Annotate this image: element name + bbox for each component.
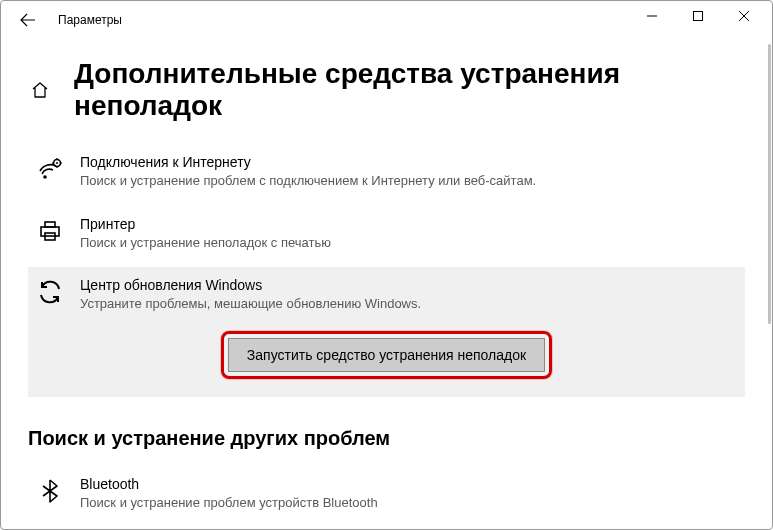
svg-rect-5 — [45, 222, 55, 227]
home-button[interactable] — [28, 78, 52, 102]
svg-point-1 — [43, 175, 47, 179]
troubleshooter-printer[interactable]: Принтер Поиск и устранение неполадок с п… — [28, 206, 745, 262]
item-desc: Поиск и устранение проблем с подключение… — [80, 172, 739, 190]
content-area: Дополнительные средства устранения непол… — [0, 40, 773, 530]
close-button[interactable] — [721, 0, 767, 32]
minimize-icon — [647, 11, 657, 21]
maximize-button[interactable] — [675, 0, 721, 32]
item-title: Принтер — [80, 216, 739, 232]
scrollbar[interactable] — [767, 44, 771, 526]
item-desc: Поиск и устранение проблем устройств Blu… — [80, 494, 739, 512]
header-row: Дополнительные средства устранения непол… — [28, 58, 745, 122]
back-button[interactable] — [12, 4, 44, 36]
title-bar: Параметры — [0, 0, 773, 40]
window-title: Параметры — [58, 13, 122, 27]
troubleshooter-windows-update[interactable]: Центр обновления Windows Устраните пробл… — [28, 267, 745, 397]
item-title: Bluetooth — [80, 476, 739, 492]
maximize-icon — [693, 11, 703, 21]
close-icon — [739, 11, 749, 21]
svg-rect-4 — [41, 227, 59, 236]
troubleshooter-bluetooth[interactable]: Bluetooth Поиск и устранение проблем уст… — [28, 466, 745, 522]
printer-icon — [34, 216, 66, 248]
page-title: Дополнительные средства устранения непол… — [74, 58, 745, 122]
svg-point-3 — [56, 162, 58, 164]
run-button-highlight: Запустить средство устранения неполадок — [221, 331, 552, 379]
window-controls — [629, 0, 767, 32]
troubleshooter-internet[interactable]: Подключения к Интернету Поиск и устранен… — [28, 144, 745, 200]
item-title: Центр обновления Windows — [80, 277, 739, 293]
home-icon — [31, 81, 49, 99]
item-desc: Устраните проблемы, мешающие обновлению … — [80, 295, 739, 313]
minimize-button[interactable] — [629, 0, 675, 32]
svg-rect-0 — [694, 12, 703, 21]
arrow-left-icon — [20, 12, 36, 28]
item-desc: Поиск и устранение неполадок с печатью — [80, 234, 739, 252]
bluetooth-icon — [34, 476, 66, 508]
scrollbar-thumb[interactable] — [768, 44, 771, 324]
section-heading-other: Поиск и устранение других проблем — [28, 427, 745, 450]
run-troubleshooter-button[interactable]: Запустить средство устранения неполадок — [228, 338, 545, 372]
wifi-icon — [34, 154, 66, 186]
item-title: Подключения к Интернету — [80, 154, 739, 170]
update-icon — [34, 277, 66, 309]
